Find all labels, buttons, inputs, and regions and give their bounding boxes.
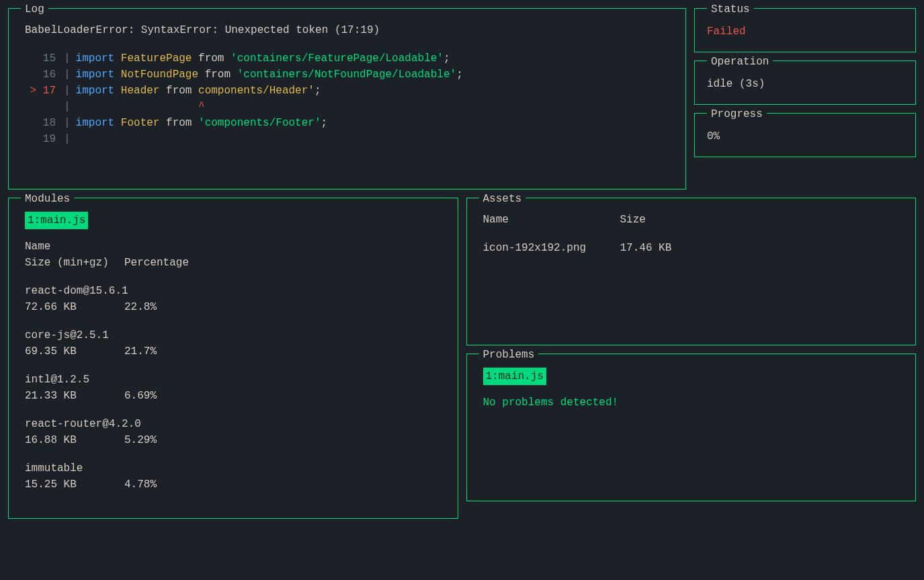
module-size: 21.33 KB xyxy=(25,388,124,404)
assets-header-size: Size xyxy=(620,214,646,226)
module-entry: react-router@4.2.0 16.88 KB5.29% xyxy=(25,416,442,448)
line-number: 15 xyxy=(25,50,60,67)
problems-message: No problems detected! xyxy=(483,395,900,411)
module-name: intl@1.2.5 xyxy=(25,372,442,388)
line-number: 18 xyxy=(25,115,60,131)
status-column: Status Failed Operation idle (3s) Progre… xyxy=(694,8,916,190)
code-block: 15|import FeaturePage from 'containers/F… xyxy=(25,50,669,147)
line-number: 16 xyxy=(25,67,60,83)
error-caret-icon: ^ xyxy=(198,101,205,113)
log-error-message: BabelLoaderError: SyntaxError: Unexpecte… xyxy=(25,22,669,38)
operation-title: Operation xyxy=(707,54,773,70)
problems-panel: Problems 1:main.js No problems detected! xyxy=(466,354,917,501)
gutter-pipe: | xyxy=(60,85,76,97)
log-panel: Log BabelLoaderError: SyntaxError: Unexp… xyxy=(8,8,686,190)
gutter-pipe: | xyxy=(60,117,76,129)
modules-header-name: Name xyxy=(25,239,442,255)
progress-title: Progress xyxy=(707,106,767,122)
status-panel: Status Failed xyxy=(694,8,916,52)
module-entry: immutable 15.25 KB4.78% xyxy=(25,460,442,493)
module-pct: 4.78% xyxy=(124,479,157,491)
module-pct: 6.69% xyxy=(124,390,157,402)
modules-panel: Modules 1:main.js Name Size (min+gz)Perc… xyxy=(8,198,458,519)
modules-headers: Name Size (min+gz)Percentage xyxy=(25,239,442,271)
asset-row: icon-192x192.png17.46 KB xyxy=(483,240,900,256)
module-size: 16.88 KB xyxy=(25,432,124,448)
status-value: Failed xyxy=(707,24,903,40)
module-size: 72.66 KB xyxy=(25,299,124,315)
problems-badge[interactable]: 1:main.js xyxy=(483,368,546,385)
problems-title: Problems xyxy=(479,347,539,363)
asset-size: 17.46 KB xyxy=(620,242,672,254)
line-number-error: > 17 xyxy=(25,83,60,99)
module-entry: intl@1.2.5 21.33 KB6.69% xyxy=(25,372,442,404)
modules-title: Modules xyxy=(21,191,74,207)
status-title: Status xyxy=(707,1,754,17)
module-name: react-dom@15.6.1 xyxy=(25,283,442,299)
gutter-pipe: | xyxy=(60,69,76,81)
line-number: 19 xyxy=(25,131,60,147)
assets-headers: NameSize xyxy=(483,212,900,228)
module-name: react-router@4.2.0 xyxy=(25,416,442,432)
modules-badge[interactable]: 1:main.js xyxy=(25,212,88,229)
asset-name: icon-192x192.png xyxy=(483,240,620,256)
modules-header-pct: Percentage xyxy=(124,257,189,269)
gutter-pipe: | xyxy=(60,52,76,65)
module-pct: 5.29% xyxy=(124,434,157,446)
module-name: immutable xyxy=(25,460,442,477)
module-pct: 21.7% xyxy=(124,345,157,358)
progress-value: 0% xyxy=(707,128,903,144)
gutter-pipe: | xyxy=(60,133,76,145)
module-pct: 22.8% xyxy=(124,301,157,313)
module-name: core-js@2.5.1 xyxy=(25,327,442,343)
module-size: 15.25 KB xyxy=(25,477,124,493)
operation-panel: Operation idle (3s) xyxy=(694,60,916,105)
progress-panel: Progress 0% xyxy=(694,113,916,157)
module-entry: core-js@2.5.1 69.35 KB21.7% xyxy=(25,327,442,360)
modules-header-size: Size (min+gz) xyxy=(25,255,124,271)
gutter-pipe: | xyxy=(60,101,76,113)
assets-title: Assets xyxy=(479,191,526,207)
assets-header-name: Name xyxy=(483,212,620,228)
module-entry: react-dom@15.6.1 72.66 KB22.8% xyxy=(25,283,442,315)
module-size: 69.35 KB xyxy=(25,343,124,360)
operation-value: idle (3s) xyxy=(707,76,903,92)
assets-panel: Assets NameSize icon-192x192.png17.46 KB xyxy=(466,198,917,345)
log-title: Log xyxy=(21,1,48,17)
